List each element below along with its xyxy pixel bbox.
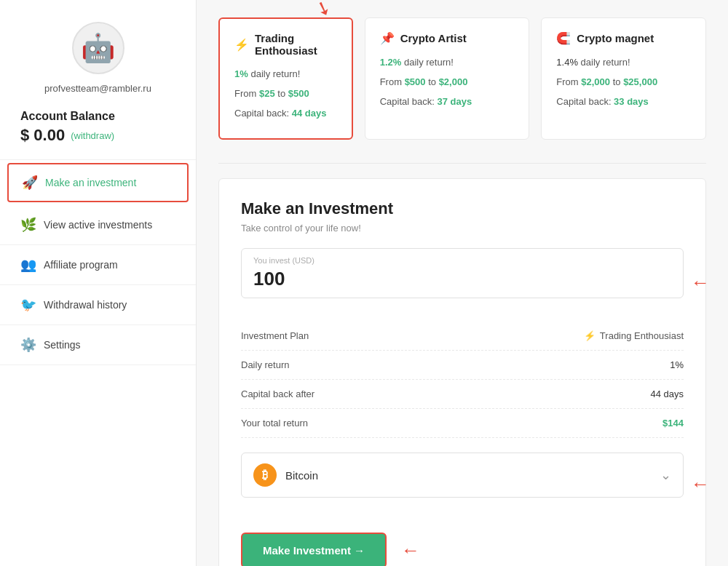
plan-capital-back-trading: Capital back: 44 days xyxy=(234,106,337,121)
summary-row-plan: Investment Plan ⚡ Trading Enthousiast xyxy=(241,322,684,351)
plan-label: Investment Plan xyxy=(241,330,309,341)
plan-daily-return-artist: 1.2% daily return! xyxy=(380,55,515,71)
summary-section: Investment Plan ⚡ Trading Enthousiast Da… xyxy=(241,322,684,438)
user-email: profvestteam@rambler.ru xyxy=(44,83,151,94)
nav-label-affiliate: Affiliate program xyxy=(44,259,118,271)
plan-capital-back-magnet: Capital back: 33 days xyxy=(556,95,691,110)
capital-back-label: Capital back after xyxy=(241,388,314,399)
nav-label-withdrawal: Withdrawal history xyxy=(44,299,127,311)
arrow-to-input: ← xyxy=(691,271,710,293)
arrow-to-button: ← xyxy=(401,539,420,562)
plan-card-crypto-magnet[interactable]: 🧲 Crypto magnet 1.4% daily return! From … xyxy=(541,17,706,140)
plan-card-header-trading: ⚡ Trading Enthousiast xyxy=(234,32,337,57)
plan-range-artist: From $500 to $2,000 xyxy=(380,75,515,90)
avatar-icon: 🤖 xyxy=(81,32,115,64)
arrow-to-bitcoin: ← xyxy=(691,473,710,495)
crypto-select-left: ₿ Bitcoin xyxy=(253,463,318,487)
plan-daily-return-trading: 1% daily return! xyxy=(234,67,337,82)
capital-back-value: 44 days xyxy=(650,388,684,399)
plan-range-magnet: From $2,000 to $25,000 xyxy=(556,75,691,90)
lightning-icon: ⚡ xyxy=(234,38,249,52)
plan-card-header-magnet: 🧲 Crypto magnet xyxy=(556,31,691,45)
people-icon: 👥 xyxy=(20,257,36,273)
plan-capital-back-artist: Capital back: 37 days xyxy=(380,95,515,110)
plan-cards-section: ➘ ⚡ Trading Enthousiast 1% daily return!… xyxy=(218,17,706,140)
plan-value-icon: ⚡ xyxy=(584,330,596,341)
plan-title-trading: Trading Enthousiast xyxy=(255,32,337,57)
total-return-label: Your total return xyxy=(241,418,308,429)
avatar: 🤖 xyxy=(72,22,124,74)
section-subtitle: Take control of your life now! xyxy=(241,223,684,234)
bird-icon: 🐦 xyxy=(20,297,36,313)
rocket-icon: 🚀 xyxy=(22,175,38,191)
summary-row-capital: Capital back after 44 days xyxy=(241,380,684,409)
account-balance-label: Account Balance xyxy=(0,110,115,123)
plan-card-crypto-artist[interactable]: 📌 Crypto Artist 1.2% daily return! From … xyxy=(365,17,530,140)
total-return-value: $144 xyxy=(662,418,684,429)
balance-row: $ 0.00 (withdraw) xyxy=(0,126,114,145)
main-content: ➘ ⚡ Trading Enthousiast 1% daily return!… xyxy=(197,0,728,566)
sidebar-item-view-active[interactable]: 🌿 View active investments xyxy=(0,205,196,245)
plan-cards: ➘ ⚡ Trading Enthousiast 1% daily return!… xyxy=(218,17,706,140)
nav-menu: 🚀 Make an investment 🌿 View active inves… xyxy=(0,159,196,365)
invest-input-value[interactable]: 100 xyxy=(253,268,671,290)
daily-return-label: Daily return xyxy=(241,359,289,370)
plan-title-magnet: Crypto magnet xyxy=(577,32,654,44)
investment-section: Make an Investment Take control of your … xyxy=(218,178,706,566)
sidebar-item-withdrawal[interactable]: 🐦 Withdrawal history xyxy=(0,285,196,325)
bitcoin-icon: ₿ xyxy=(253,463,277,487)
gear-icon: ⚙️ xyxy=(20,337,36,353)
sidebar-item-affiliate[interactable]: 👥 Affiliate program xyxy=(0,245,196,285)
invest-input-label: You invest (USD) xyxy=(253,256,671,265)
withdraw-link[interactable]: (withdraw) xyxy=(71,130,114,141)
nav-label-settings: Settings xyxy=(44,339,81,351)
divider xyxy=(218,163,706,164)
crypto-select[interactable]: ₿ Bitcoin ⌄ xyxy=(241,453,684,498)
plan-card-header-artist: 📌 Crypto Artist xyxy=(380,31,515,45)
summary-row-total: Your total return $144 xyxy=(241,409,684,438)
invest-input-container[interactable]: You invest (USD) 100 xyxy=(241,248,684,298)
pin-icon: 📌 xyxy=(380,31,395,45)
magnet-icon: 🧲 xyxy=(556,31,571,45)
crypto-name: Bitcoin xyxy=(285,469,318,482)
summary-row-daily: Daily return 1% xyxy=(241,351,684,380)
plan-card-trading-enthusiast[interactable]: ⚡ Trading Enthousiast 1% daily return! F… xyxy=(218,17,353,140)
plan-value: ⚡ Trading Enthousiast xyxy=(584,330,684,341)
sidebar: 🤖 profvestteam@rambler.ru Account Balanc… xyxy=(0,0,197,566)
plan-title-artist: Crypto Artist xyxy=(400,32,467,44)
section-title: Make an Investment xyxy=(241,199,684,218)
sidebar-item-settings[interactable]: ⚙️ Settings xyxy=(0,325,196,365)
make-investment-button[interactable]: Make Investment → xyxy=(241,533,387,566)
chevron-down-icon: ⌄ xyxy=(660,467,671,483)
nav-label-view-active: View active investments xyxy=(44,219,152,231)
nav-label-make-investment: Make an investment xyxy=(45,177,136,188)
sidebar-item-make-investment[interactable]: 🚀 Make an investment xyxy=(7,163,189,202)
plan-daily-return-magnet: 1.4% daily return! xyxy=(556,55,691,71)
balance-amount: $ 0.00 xyxy=(20,126,65,145)
leaf-icon: 🌿 xyxy=(20,217,36,233)
daily-return-value: 1% xyxy=(670,359,684,370)
plan-range-trading: From $25 to $500 xyxy=(234,87,337,102)
